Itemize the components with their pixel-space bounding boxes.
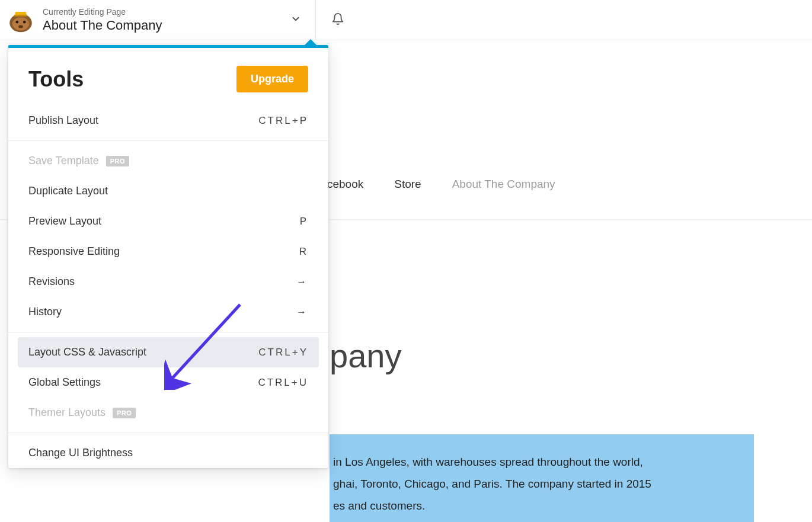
nav-link-about[interactable]: About The Company [452, 178, 555, 191]
menu-label: Responsive Editing [28, 245, 120, 258]
shortcut: CTRL+U [258, 377, 308, 389]
menu-label: History [28, 306, 62, 318]
topbar: Currently Editing Page About The Company [0, 0, 812, 40]
menu-item-layout-css-js[interactable]: Layout CSS & Javascript CTRL+Y [18, 337, 319, 367]
beaver-logo-icon [6, 5, 36, 35]
menu-label: Themer Layouts [28, 406, 106, 419]
popover-caret-icon [303, 39, 318, 46]
shortcut: CTRL+Y [258, 347, 308, 358]
shortcut: → [296, 276, 308, 288]
menu-item-responsive-editing[interactable]: Responsive Editing R [18, 236, 319, 267]
svg-point-3 [23, 20, 26, 23]
menu-label: Save Template [28, 155, 99, 167]
tools-popover: Tools Upgrade Publish Layout CTRL+P Save… [8, 45, 328, 468]
popover-scroll[interactable]: Tools Upgrade Publish Layout CTRL+P Save… [8, 48, 328, 468]
menu-label: Preview Layout [28, 215, 101, 228]
tools-title: Tools [28, 67, 84, 92]
menu-item-save-template: Save Template PRO [18, 146, 319, 176]
menu-label: Global Settings [28, 376, 101, 389]
page-title: About The Company [43, 17, 162, 34]
menu-separator [8, 140, 328, 141]
menu-label: Duplicate Layout [28, 185, 108, 197]
svg-point-2 [15, 20, 18, 23]
topbar-divider [315, 0, 316, 40]
preview-heading-fragment: pany [330, 337, 401, 375]
svg-point-4 [18, 25, 23, 28]
menu-label: Change UI Brightness [28, 447, 133, 459]
svg-rect-6 [14, 14, 27, 16]
currently-editing-label: Currently Editing Page [43, 7, 162, 17]
menu-separator [8, 332, 328, 332]
menu-label: Revisions [28, 276, 75, 288]
menu-item-change-ui-brightness[interactable]: Change UI Brightness [18, 438, 319, 468]
menu-item-history[interactable]: History → [18, 297, 319, 327]
nav-link-store[interactable]: Store [394, 178, 421, 191]
menu-item-publish-layout[interactable]: Publish Layout CTRL+P [18, 105, 319, 136]
menu-item-global-settings[interactable]: Global Settings CTRL+U [18, 367, 319, 398]
chevron-down-icon [290, 17, 301, 26]
popover-header: Tools Upgrade [8, 48, 328, 105]
menu-label: Publish Layout [28, 114, 98, 127]
preview-line-1: in Los Angeles, with warehouses spread t… [332, 451, 740, 473]
notifications-button[interactable] [322, 8, 354, 32]
tools-section-1: Publish Layout CTRL+P [8, 105, 328, 136]
svg-point-1 [12, 17, 29, 30]
page-dropdown-toggle[interactable] [282, 9, 309, 31]
page-context: Currently Editing Page About The Company [43, 7, 309, 34]
menu-item-revisions[interactable]: Revisions → [18, 267, 319, 297]
tools-section-2: Save Template PRO Duplicate Layout Previ… [8, 146, 328, 327]
menu-item-themer-layouts: Themer Layouts PRO [18, 398, 319, 428]
menu-separator [8, 433, 328, 433]
tools-section-3: Layout CSS & Javascript CTRL+Y Global Se… [8, 337, 328, 428]
shortcut: P [300, 216, 308, 228]
preview-line-2: ghai, Toronto, Chicago, and Paris. The c… [332, 473, 740, 495]
page-meta: Currently Editing Page About The Company [43, 7, 162, 34]
shortcut: R [299, 246, 308, 258]
menu-item-preview-layout[interactable]: Preview Layout P [18, 206, 319, 236]
shortcut: CTRL+P [258, 115, 308, 127]
menu-label: Layout CSS & Javascript [28, 346, 146, 358]
pro-badge: PRO [106, 156, 129, 166]
pro-badge: PRO [113, 408, 136, 418]
bell-icon [331, 18, 344, 27]
tools-section-4: Change UI Brightness [8, 438, 328, 468]
menu-item-duplicate-layout[interactable]: Duplicate Layout [18, 176, 319, 206]
preview-line-3: es and customers. [332, 495, 740, 517]
preview-text-box[interactable]: in Los Angeles, with warehouses spread t… [330, 434, 754, 522]
upgrade-button[interactable]: Upgrade [236, 66, 308, 92]
shortcut: → [296, 306, 308, 318]
